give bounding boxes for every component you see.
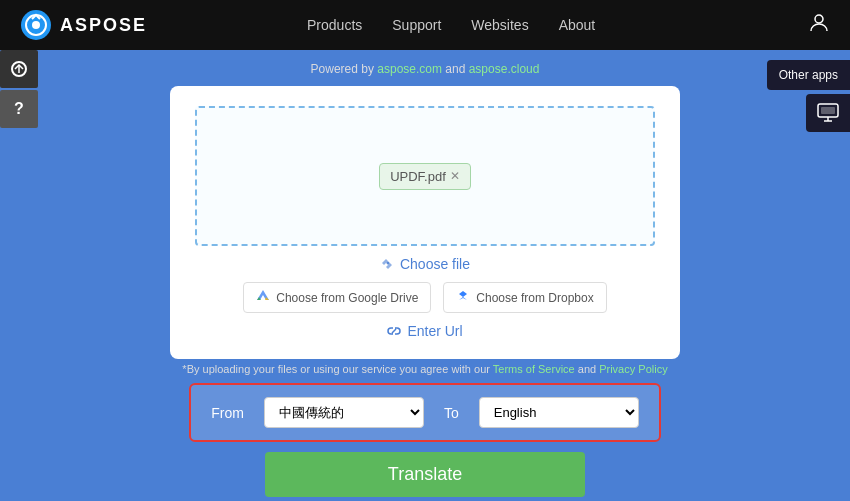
svg-marker-7 [459,291,467,300]
file-name: UPDF.pdf [390,169,446,184]
sidebar-right: Other apps [767,60,850,132]
user-icon[interactable] [808,12,830,39]
link2-icon [387,324,401,338]
enter-url-button[interactable]: Enter Url [387,323,462,339]
file-badge: UPDF.pdf ✕ [379,163,471,190]
monitor-icon-button[interactable] [806,94,850,132]
upload-card: UPDF.pdf ✕ Choose file Choose f [170,86,680,359]
dropbox-btn[interactable]: Choose from Dropbox [443,282,606,313]
choose-file-button[interactable]: Choose file [380,256,470,272]
svg-point-6 [387,262,389,264]
svg-rect-11 [821,107,835,114]
aspose-com-link[interactable]: aspose.com [377,62,442,76]
monitor-icon [817,103,839,123]
gdrive-svg [256,289,270,303]
remove-file-btn[interactable]: ✕ [450,169,460,183]
nav-support[interactable]: Support [392,17,441,33]
google-drive-icon [256,289,270,306]
to-label: To [444,405,459,421]
aspose-cloud-link[interactable]: aspose.cloud [469,62,540,76]
powered-by: Powered by aspose.com and aspose.cloud [311,62,540,76]
translate-button[interactable]: Translate [265,452,585,497]
nav-websites[interactable]: Websites [471,17,528,33]
from-language-select[interactable]: 中國傳統的 [264,397,424,428]
nav-products[interactable]: Products [307,17,362,33]
drop-zone[interactable]: UPDF.pdf ✕ [195,106,655,246]
svg-point-3 [815,15,823,23]
translate-controls: From 中國傳統的 To English [189,383,660,442]
tos-link[interactable]: Terms of Service [493,363,575,375]
svg-point-2 [32,21,40,29]
dropbox-svg [456,289,470,303]
privacy-link[interactable]: Privacy Policy [599,363,667,375]
aspose-logo-icon [20,9,52,41]
link-icon [380,257,394,271]
to-language-select[interactable]: English [479,397,639,428]
navbar: ASPOSE Products Support Websites About [0,0,850,50]
logo[interactable]: ASPOSE [20,9,147,41]
main-content: Powered by aspose.com and aspose.cloud U… [0,50,850,497]
dropbox-icon [456,289,470,306]
other-apps-button[interactable]: Other apps [767,60,850,90]
google-drive-btn[interactable]: Choose from Google Drive [243,282,431,313]
nav-links: Products Support Websites About [307,17,595,33]
cloud-buttons: Choose from Google Drive Choose from Dro… [243,282,606,313]
terms-text: *By uploading your files or using our se… [182,363,667,375]
logo-text: ASPOSE [60,15,147,36]
from-label: From [211,405,244,421]
nav-about[interactable]: About [559,17,596,33]
